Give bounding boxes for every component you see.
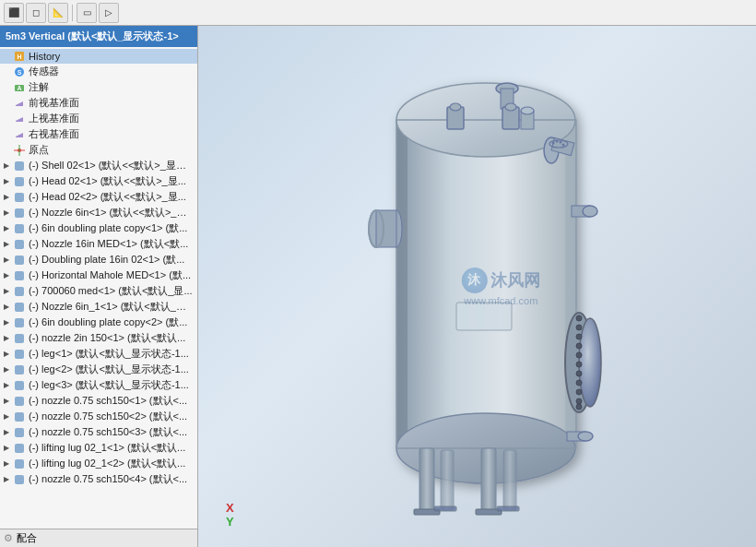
tree-item-nozzle75-2[interactable]: ▶(-) nozzle 0.75 sch150<2> (默认<...: [0, 409, 197, 424]
svg-point-84: [521, 107, 534, 114]
toolbar-btn-2[interactable]: ◻: [26, 3, 46, 23]
svg-rect-32: [15, 475, 24, 484]
tree-icon-nozzle16in: [13, 238, 26, 251]
tree-label-head01: (-) Head 02<1> (默认<<默认>_显...: [29, 174, 194, 188]
tree-label-nozzle6in1: (-) Nozzle 6in_1<1> (默认<默认_显...: [29, 300, 194, 314]
tree-item-head02[interactable]: ▶(-) Head 02<2> (默认<<默认>_显...: [0, 189, 197, 205]
tree-item-nozzle75-4[interactable]: ▶(-) nozzle 0.75 sch150<4> (默认<...: [0, 471, 197, 487]
tree-arrow-nozzle16in: ▶: [4, 240, 13, 248]
coord-y: Y: [226, 515, 234, 529]
svg-point-59: [576, 343, 582, 349]
tree-arrow-nozzle6in1: ▶: [4, 303, 13, 311]
toolbar-btn-1[interactable]: ⬛: [4, 3, 24, 23]
tree-item-700060med[interactable]: ▶(-) 700060 med<1> (默认<默认_显...: [0, 283, 197, 299]
toolbar-btn-5[interactable]: ▷: [99, 3, 119, 23]
tree-item-history[interactable]: HHistory: [0, 49, 197, 64]
config-bar[interactable]: ⚙ 配合: [0, 529, 197, 547]
tree-icon-nozzle75-3: [13, 426, 26, 439]
tree-arrow-doubling16in: ▶: [4, 256, 13, 264]
svg-rect-52: [376, 210, 396, 247]
svg-rect-19: [15, 271, 24, 280]
tree-item-top-plane[interactable]: 上视基准面: [0, 111, 197, 126]
tree-icon-front-plane: [13, 97, 26, 110]
svg-rect-15: [15, 208, 24, 218]
svg-marker-6: [16, 101, 23, 106]
svg-text:H: H: [17, 54, 21, 60]
tree-arrow-nozzle6in: ▶: [4, 208, 13, 217]
tree-icon-700060med: [13, 285, 26, 298]
tree-arrow-leg2: ▶: [4, 365, 13, 374]
tree-item-head01[interactable]: ▶(-) Head 02<1> (默认<<默认>_显...: [0, 173, 197, 189]
tree-label-nozzle6in: (-) Nozzle 6in<1> (默认<<默认>_显...: [29, 206, 194, 220]
tree-item-front-plane[interactable]: 前视基准面: [0, 95, 197, 111]
tree-item-doubling6in2[interactable]: ▶(-) 6in doubling plate copy<2> (默...: [0, 315, 197, 330]
tree-item-liftinglug2[interactable]: ▶(-) lifting lug 02_1<2> (默认<默认...: [0, 456, 197, 471]
tree-item-nozzle6in[interactable]: ▶(-) Nozzle 6in<1> (默认<<默认>_显...: [0, 205, 197, 220]
svg-point-58: [576, 334, 582, 339]
tree-item-nozzle16in[interactable]: ▶(-) Nozzle 16in MED<1> (默认<默...: [0, 236, 197, 252]
toolbar-btn-4[interactable]: ▭: [77, 3, 97, 23]
tree-item-right-plane[interactable]: 右视基准面: [0, 126, 197, 142]
tree-item-leg2[interactable]: ▶(-) leg<2> (默认<默认_显示状态-1...: [0, 362, 197, 377]
tree-item-doubling6in[interactable]: ▶(-) 6in doubling plate copy<1> (默...: [0, 220, 197, 236]
tree-item-nozzle6in1[interactable]: ▶(-) Nozzle 6in_1<1> (默认<默认_显...: [0, 299, 197, 315]
tree-item-shell02[interactable]: ▶(-) Shell 02<1> (默认<<默认>_显示...: [0, 158, 197, 173]
tree-item-origin[interactable]: 原点: [0, 142, 197, 158]
svg-rect-26: [15, 381, 24, 390]
tree-label-nozzle75-3: (-) nozzle 0.75 sch150<3> (默认<...: [29, 425, 194, 439]
svg-point-47: [556, 140, 559, 143]
svg-rect-23: [15, 334, 24, 343]
tank-svg: [323, 44, 673, 542]
tree-label-origin: 原点: [29, 143, 194, 157]
svg-rect-13: [15, 177, 24, 186]
svg-rect-12: [15, 161, 24, 171]
toolbar-btn-3[interactable]: 📐: [48, 3, 68, 23]
tree-item-liftinglug1[interactable]: ▶(-) lifting lug 02_1<1> (默认<默认...: [0, 440, 197, 456]
tree-label-leg2: (-) leg<2> (默认<默认_显示状态-1...: [29, 363, 194, 376]
tree-icon-nozzle75-1: [13, 395, 26, 408]
tree-icon-nozzle6in: [13, 207, 26, 220]
tree-label-front-plane: 前视基准面: [29, 96, 194, 110]
3d-viewport[interactable]: 沐 沐风网 www.mfcad.com: [198, 26, 756, 547]
tree-item-manhole[interactable]: ▶(-) Horizontal Mahole MED<1> (默...: [0, 268, 197, 283]
tree-item-doubling16in[interactable]: ▶(-) Doubling plate 16in 02<1> (默...: [0, 252, 197, 268]
tree-item-leg1[interactable]: ▶(-) leg<1> (默认<默认_显示状态-1...: [0, 346, 197, 362]
tree-label-right-plane: 右视基准面: [29, 127, 194, 141]
tree-item-nozzle75-1[interactable]: ▶(-) nozzle 0.75 sch150<1> (默认<...: [0, 393, 197, 409]
tree-arrow-doubling6in: ▶: [4, 224, 13, 232]
tree-item-sensor[interactable]: S传感器: [0, 64, 197, 79]
svg-rect-17: [15, 240, 24, 249]
tree-label-manhole: (-) Horizontal Mahole MED<1> (默...: [29, 268, 194, 282]
tree-item-nozzle75-3[interactable]: ▶(-) nozzle 0.75 sch150<3> (默认<...: [0, 424, 197, 440]
tree-icon-head01: [13, 175, 26, 188]
svg-rect-27: [15, 397, 24, 406]
svg-rect-24: [15, 350, 24, 359]
tree-icon-shell02: [13, 160, 26, 172]
tree-icon-doubling16in: [13, 254, 26, 267]
svg-rect-22: [15, 318, 24, 327]
svg-point-65: [576, 398, 582, 404]
svg-rect-31: [15, 459, 24, 469]
tree-arrow-doubling6in2: ▶: [4, 318, 13, 327]
tree-item-nozzle2in[interactable]: ▶(-) nozzle 2in 150<1> (默认<默认...: [0, 330, 197, 346]
tree-arrow-nozzle75-4: ▶: [4, 475, 13, 483]
tree-icon-liftinglug2: [13, 458, 26, 470]
tree-label-doubling6in2: (-) 6in doubling plate copy<2> (默...: [29, 315, 194, 329]
tree-icon-nozzle75-4: [13, 473, 26, 486]
tree-arrow-nozzle75-2: ▶: [4, 412, 13, 421]
feature-tree[interactable]: HHistoryS传感器A注解前视基准面上视基准面右视基准面原点▶(-) She…: [0, 47, 197, 529]
tree-item-leg3[interactable]: ▶(-) leg<3> (默认<默认_显示状态-1...: [0, 377, 197, 393]
tree-item-annotation[interactable]: A注解: [0, 79, 197, 95]
tree-label-liftinglug2: (-) lifting lug 02_1<2> (默认<默认...: [29, 457, 194, 470]
tree-arrow-700060med: ▶: [4, 287, 13, 295]
svg-point-68: [583, 206, 597, 217]
tank-3d-model: [258, 35, 738, 547]
svg-rect-72: [481, 448, 496, 513]
tree-arrow-leg1: ▶: [4, 350, 13, 358]
tree-icon-liftinglug1: [13, 442, 26, 455]
svg-rect-29: [15, 428, 24, 437]
tree-label-leg3: (-) leg<3> (默认<默认_显示状态-1...: [29, 378, 194, 392]
tree-arrow-head02: ▶: [4, 193, 13, 201]
svg-rect-28: [15, 412, 24, 422]
tree-label-doubling16in: (-) Doubling plate 16in 02<1> (默...: [29, 253, 194, 267]
